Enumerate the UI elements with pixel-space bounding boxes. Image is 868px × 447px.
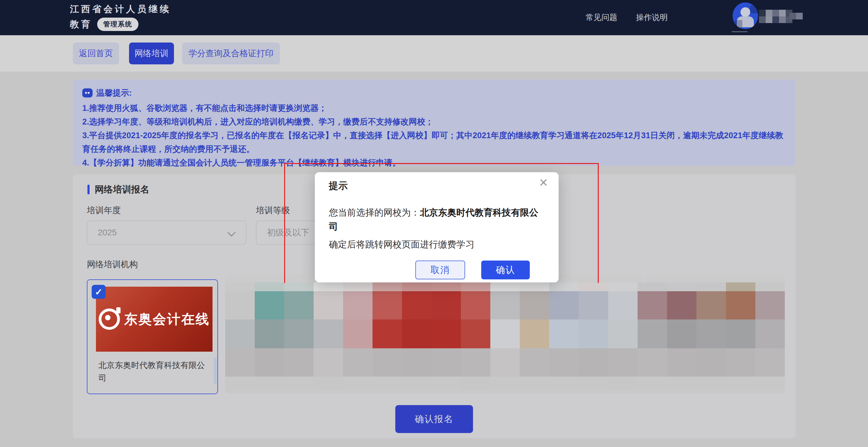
pixelation-block <box>225 348 255 377</box>
nav-tab-1[interactable]: 网络培训 <box>129 42 174 64</box>
pixelation-block <box>638 282 667 291</box>
training-org-label: 网络培训机构 <box>87 259 138 270</box>
tips-title-row: •• 温馨提示: <box>82 87 784 98</box>
pixelation-block <box>225 291 255 320</box>
user-avatar[interactable] <box>733 2 758 29</box>
pixelation-block <box>225 282 255 291</box>
pixelation-block <box>726 348 755 377</box>
pixelation-block <box>667 348 696 377</box>
header-nav-item-0[interactable]: 常见问题 <box>586 12 617 23</box>
org-card-dongao[interactable]: ✓ 东奥会计在线 北京东奥时代教育科技有限公司 <box>87 279 218 394</box>
tips-lines: 1.推荐使用火狐、谷歌浏览器，有不能点击和选择时请更换浏览器；2.选择学习年度、… <box>82 101 784 170</box>
close-icon[interactable]: × <box>539 175 548 190</box>
pixelation-block <box>608 320 638 348</box>
confirm-button[interactable]: 确认 <box>481 261 530 279</box>
system-badge: 管理系统 <box>97 18 138 31</box>
pixelation-block <box>314 282 343 291</box>
tips-line-1: 1.推荐使用火狐、谷歌浏览器，有不能点击和选择时请更换浏览器； <box>82 101 784 115</box>
chevron-down-icon <box>227 228 236 237</box>
pixelation-block <box>759 17 766 23</box>
nav-tab-0[interactable]: 返回首页 <box>73 42 119 64</box>
confirm-registration-button[interactable]: 确认报名 <box>395 405 473 433</box>
pixelation-block <box>726 282 755 291</box>
pixelation-block <box>490 291 520 320</box>
pixelation-block <box>373 377 402 390</box>
pixelation-block <box>726 377 755 390</box>
pixelation-block <box>225 377 255 390</box>
pixelation-block <box>549 282 579 291</box>
pixelation-block <box>284 291 314 320</box>
pixelation-block <box>638 320 667 348</box>
pixelation-block <box>772 10 779 17</box>
app-title-line2-text: 教育 <box>70 18 92 31</box>
pixelation-block <box>461 377 490 390</box>
pixelation-block <box>255 348 284 377</box>
pixelation-block <box>343 282 373 291</box>
confirm-dialog: 提示 × 您当前选择的网校为：北京东奥时代教育科技有限公司 确定后将跳转网校页面… <box>315 172 559 282</box>
pixelation-block <box>549 377 579 390</box>
pixelation-block <box>608 348 638 377</box>
pixelation-block <box>490 377 520 390</box>
pixelation-block <box>579 282 608 291</box>
pixelation-block <box>461 282 490 291</box>
scrollbar-thumb[interactable] <box>214 358 217 384</box>
pixelation-block <box>696 291 726 320</box>
tips-line-2: 2.选择学习年度、等级和培训机构后，进入对应的培训机构缴费、学习，缴费后不支持修… <box>82 115 784 129</box>
pixelation-block <box>373 291 402 320</box>
pixelation-block <box>314 377 343 390</box>
pixelation-block <box>490 320 520 348</box>
pixelation-block <box>490 282 520 291</box>
pixelation-block <box>343 320 373 348</box>
username-redacted-suffix <box>789 13 803 20</box>
pixelation-block <box>284 320 314 348</box>
pixelation-block <box>255 291 284 320</box>
pixelation-block <box>284 348 314 377</box>
tips-title: 温馨提示: <box>96 87 132 98</box>
pixelation-block <box>402 348 431 377</box>
pixelation-block <box>402 320 431 348</box>
avatar-underline <box>732 31 747 32</box>
pixelation-block <box>759 10 766 17</box>
pixelation-block <box>608 291 638 320</box>
training-year-value: 2025 <box>98 228 117 237</box>
pixelation-block <box>431 282 461 291</box>
pixelation-block <box>549 320 579 348</box>
pixelation-block <box>520 282 549 291</box>
pixelation-block <box>696 320 726 348</box>
page: 江西省会计人员继续 教育 管理系统 常见问题操作说明 返回首页网络培训学分查询及… <box>0 0 868 447</box>
pixelation-block <box>431 320 461 348</box>
pixelation-block <box>726 320 755 348</box>
pixelation-block <box>608 282 638 291</box>
section-marker <box>87 185 90 195</box>
pixelation-block <box>667 377 696 390</box>
pixelation-block <box>255 320 284 348</box>
dialog-title: 提示 <box>329 179 348 192</box>
pixelation-block <box>755 282 785 291</box>
pixelation-block <box>343 291 373 320</box>
app-title-line1: 江西省会计人员继续 <box>70 3 171 16</box>
pixelation-block <box>520 291 549 320</box>
dialog-body: 您当前选择的网校为：北京东奥时代教育科技有限公司 <box>329 206 545 234</box>
dialog-body-line2: 确定后将跳转网校页面进行缴费学习 <box>329 238 474 251</box>
pixelation-block <box>667 282 696 291</box>
avatar-person-icon <box>741 7 750 17</box>
checkbox-checked-icon[interactable]: ✓ <box>92 285 106 299</box>
pixelation-block <box>461 320 490 348</box>
org-logo-dongao: 东奥会计在线 <box>96 287 213 352</box>
pixelation-block <box>579 320 608 348</box>
header-nav-item-1[interactable]: 操作说明 <box>636 12 668 23</box>
nav-tab-2[interactable]: 学分查询及合格证打印 <box>182 42 280 64</box>
pixelation-block <box>402 282 431 291</box>
header-nav: 常见问题操作说明 <box>586 12 668 23</box>
pixelation-block <box>789 13 796 20</box>
cancel-button[interactable]: 取消 <box>415 261 465 279</box>
pixelation-block <box>638 377 667 390</box>
section-title: 网络培训报名 <box>95 183 149 196</box>
pixelation-block <box>638 291 667 320</box>
pixelation-block <box>667 320 696 348</box>
pixelation-block <box>549 291 579 320</box>
training-year-select[interactable]: 2025 <box>87 220 247 245</box>
pixelation-block <box>431 377 461 390</box>
dongao-logo-icon <box>99 308 120 330</box>
pixelation-block <box>772 17 779 23</box>
